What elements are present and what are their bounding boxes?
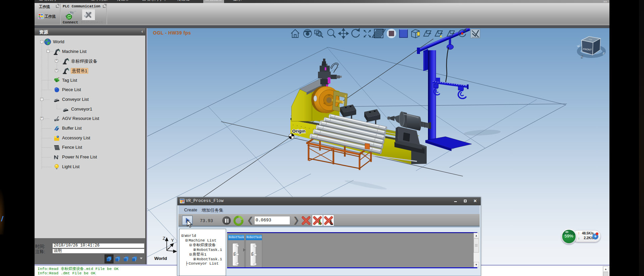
svg-text:Y: Y [171,238,174,243]
svg-text:World: World [154,256,167,261]
svg-text:Z: Z [163,236,165,241]
svg-text:Origin: Origin [292,129,306,134]
svg-text:S: S [581,55,583,59]
